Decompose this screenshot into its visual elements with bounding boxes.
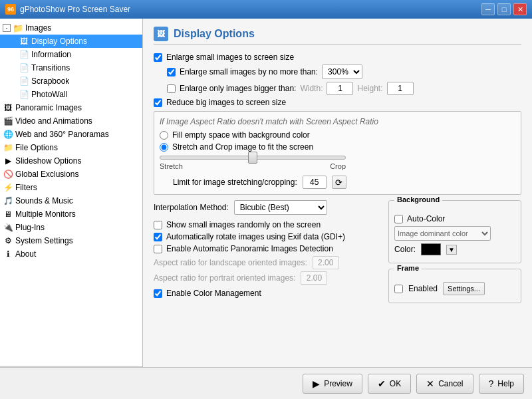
sidebar-item-scrapbook[interactable]: 📄 Scrapbook	[0, 74, 142, 88]
interpolation-select[interactable]: Bicubic (Best) Nearest Neighbor Bilinear	[234, 200, 327, 215]
fill-background-radio[interactable]	[160, 131, 168, 140]
limit-input[interactable]	[303, 176, 327, 189]
enlarge-bigger-checkbox[interactable]	[167, 84, 176, 93]
cancel-label: Cancel	[438, 379, 463, 388]
section-title: 🖼 Display Options	[154, 27, 521, 45]
portrait-ratio-row: Aspect ratio for portrait oriented image…	[154, 271, 378, 285]
sidebar-label-transitions: Transitions	[31, 63, 70, 72]
enlarge-percent-select[interactable]: 300% 100% 150% 200% 400% 500%	[322, 65, 362, 79]
help-button[interactable]: ? Help	[479, 374, 524, 394]
photowall-icon: 📄	[19, 89, 29, 100]
width-input[interactable]	[327, 82, 353, 95]
height-input[interactable]	[387, 82, 414, 95]
sidebar-label-file-options: File Options	[15, 143, 58, 152]
enable-panoramic-row: Enable Automatic Panoramic Images Detect…	[154, 244, 378, 253]
slideshow-icon: ▶	[3, 156, 13, 166]
sidebar-label-slideshow: Slideshow Options	[15, 156, 81, 166]
frame-enabled-row: Enabled Settings...	[394, 282, 515, 295]
fill-background-label: Fill empty space with background color	[172, 130, 310, 140]
sidebar-item-web360[interactable]: 🌐 Web and 360° Panoramas	[0, 128, 142, 141]
right-panel: Background Auto-Color Image dominant col…	[388, 200, 521, 309]
landscape-value-input	[313, 256, 339, 269]
enlarge-small-checkbox[interactable]	[154, 53, 162, 62]
close-button[interactable]: ✕	[513, 3, 527, 15]
stretch-crop-row: Stretch and Crop image to fit the screen	[160, 142, 515, 152]
show-small-randomly-checkbox[interactable]	[154, 221, 162, 229]
dominant-color-select[interactable]: Image dominant color	[394, 226, 491, 241]
sidebar-label-scrapbook: Scrapbook	[31, 76, 69, 86]
sidebar-item-global-exclusions[interactable]: 🚫 Global Exclusions	[0, 168, 142, 181]
color-management-label: Enable Color Management	[166, 289, 261, 298]
title-bar-left: 96 gPhotoShow Pro Screen Saver	[5, 4, 130, 15]
reduce-big-row: Reduce big images to screen size	[154, 98, 521, 107]
ok-button[interactable]: ✔ OK	[368, 374, 411, 394]
minimize-button[interactable]: ─	[481, 3, 495, 15]
sidebar-item-plug-ins[interactable]: 🔌 Plug-Ins	[0, 221, 142, 234]
filters-icon: ⚡	[3, 182, 13, 193]
monitors-icon: 🖥	[3, 209, 13, 219]
reduce-big-checkbox[interactable]	[154, 98, 162, 107]
sidebar-item-slideshow[interactable]: ▶ Slideshow Options	[0, 154, 142, 168]
color-swatch[interactable]	[421, 243, 441, 255]
enlarge-small-label: Enlarge small images to screen size	[166, 53, 294, 62]
frame-enabled-checkbox[interactable]	[394, 285, 403, 293]
interpolation-label: Interpolation Method:	[154, 203, 229, 212]
maximize-button[interactable]: □	[497, 3, 511, 15]
color-dropdown-arrow[interactable]: ▼	[446, 245, 457, 255]
frame-title: Frame	[394, 264, 422, 272]
height-label: Height:	[357, 84, 382, 93]
help-icon: ?	[489, 378, 494, 389]
sidebar-item-display-options[interactable]: 🖼 Display Options	[0, 35, 142, 48]
frame-enabled-label: Enabled	[408, 284, 438, 293]
sidebar-item-about[interactable]: ℹ About	[0, 247, 142, 261]
expand-icon: -	[3, 24, 11, 32]
sidebar-item-filters[interactable]: ⚡ Filters	[0, 181, 142, 194]
stretch-crop-radio[interactable]	[160, 143, 168, 152]
landscape-ratio-row: Aspect ratio for landscape oriented imag…	[154, 256, 378, 269]
preview-icon: ▶	[313, 378, 320, 389]
sidebar-item-video[interactable]: 🎬 Video and Animations	[0, 114, 142, 128]
sidebar-label-sounds: Sounds & Music	[15, 196, 73, 205]
sidebar-item-file-options[interactable]: 📁 File Options	[0, 141, 142, 154]
limit-label: Limit for image stretching/cropping:	[173, 178, 297, 187]
reduce-big-label: Reduce big images to screen size	[166, 98, 286, 107]
background-group: Background Auto-Color Image dominant col…	[388, 200, 521, 263]
exclusions-icon: 🚫	[3, 169, 13, 180]
preview-button[interactable]: ▶ Preview	[303, 374, 362, 394]
enlarge-no-more-checkbox[interactable]	[167, 68, 176, 76]
sidebar-item-information[interactable]: 📄 Information	[0, 48, 142, 61]
sidebar-label-multiple-monitors: Multiple Monitors	[15, 209, 76, 219]
color-management-checkbox[interactable]	[154, 289, 162, 298]
frame-settings-button[interactable]: Settings...	[443, 282, 485, 295]
sidebar-item-photowall[interactable]: 📄 PhotoWall	[0, 88, 142, 101]
title-controls: ─ □ ✕	[481, 3, 527, 15]
enable-panoramic-checkbox[interactable]	[154, 245, 162, 253]
sidebar-item-transitions[interactable]: 📄 Transitions	[0, 61, 142, 74]
sidebar-label-video: Video and Animations	[15, 116, 92, 126]
auto-rotate-label: Automatically rotate images using Exif d…	[166, 232, 345, 241]
slider-thumb[interactable]	[248, 152, 257, 164]
background-title: Background	[394, 196, 442, 203]
sidebar-item-multiple-monitors[interactable]: 🖥 Multiple Monitors	[0, 207, 142, 221]
sidebar-label-display-options: Display Options	[31, 37, 87, 46]
section-title-icon: 🖼	[154, 27, 168, 41]
show-small-randomly-row: Show small images randomly on the screen	[154, 220, 378, 229]
sidebar-item-sounds[interactable]: 🎵 Sounds & Music	[0, 194, 142, 207]
page-title: Display Options	[174, 28, 255, 40]
limit-icon-button[interactable]: ⟳	[332, 176, 346, 189]
portrait-value-input	[301, 271, 327, 285]
ok-icon: ✔	[378, 378, 386, 389]
sidebar-label-filters: Filters	[15, 183, 37, 192]
auto-color-checkbox[interactable]	[394, 215, 403, 223]
enlarge-no-more-label: Enlarge small images by no more than:	[180, 67, 318, 76]
title-bar: 96 gPhotoShow Pro Screen Saver ─ □ ✕	[0, 0, 532, 19]
bottom-panels: Interpolation Method: Bicubic (Best) Nea…	[154, 200, 521, 309]
auto-rotate-checkbox[interactable]	[154, 233, 162, 241]
sidebar-item-images[interactable]: - 📁 Images	[0, 21, 142, 35]
file-icon: 📁	[3, 142, 13, 153]
sidebar-item-panoramic[interactable]: 🖼 Panoramic Images	[0, 101, 142, 114]
enlarge-bigger-row: Enlarge only images bigger than: Width: …	[167, 82, 521, 95]
portrait-label: Aspect ratio for portrait oriented image…	[154, 273, 295, 283]
cancel-button[interactable]: ✕ Cancel	[416, 374, 473, 394]
sidebar-item-system-settings[interactable]: ⚙ System Settings	[0, 234, 142, 247]
